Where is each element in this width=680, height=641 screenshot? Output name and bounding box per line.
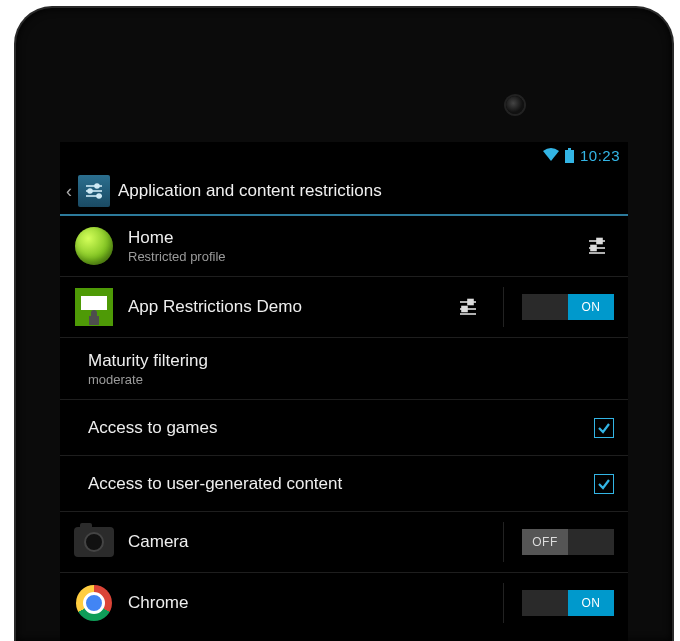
svg-rect-9 (597, 239, 602, 244)
status-bar: 10:23 (60, 142, 628, 168)
switch-label: ON (568, 590, 614, 616)
access-games-title: Access to games (88, 418, 594, 438)
profile-name: Home (128, 228, 572, 248)
maturity-value: moderate (88, 372, 614, 387)
maturity-filtering-row[interactable]: Maturity filtering moderate (60, 338, 628, 400)
back-icon[interactable]: ‹ (66, 181, 72, 202)
svg-point-5 (88, 189, 92, 193)
profile-row[interactable]: Home Restricted profile (60, 216, 628, 277)
switch-label: OFF (522, 529, 568, 555)
profile-avatar-icon (74, 226, 114, 266)
svg-rect-11 (591, 246, 596, 251)
app-toggle-restrictions-demo[interactable]: ON (522, 294, 614, 320)
switch-label: ON (568, 294, 614, 320)
app-toggle-chrome[interactable]: ON (522, 590, 614, 616)
battery-icon (565, 148, 574, 163)
svg-rect-16 (462, 307, 467, 312)
app-name: Camera (128, 532, 485, 552)
app-name: App Restrictions Demo (128, 297, 443, 317)
app-settings-button[interactable] (451, 290, 485, 324)
app-row-chrome[interactable]: Chrome ON (60, 573, 628, 633)
chrome-app-icon (74, 583, 114, 623)
profile-subtitle: Restricted profile (128, 249, 572, 264)
page-title: Application and content restrictions (118, 181, 382, 201)
svg-point-7 (97, 194, 101, 198)
app-row-camera[interactable]: Camera OFF (60, 512, 628, 573)
action-bar[interactable]: ‹ Application and content restrictions (60, 168, 628, 216)
access-ugc-title: Access to user-generated content (88, 474, 594, 494)
wifi-icon (543, 148, 559, 162)
app-toggle-camera[interactable]: OFF (522, 529, 614, 555)
access-ugc-row[interactable]: Access to user-generated content (60, 456, 628, 512)
access-games-row[interactable]: Access to games (60, 400, 628, 456)
svg-point-3 (95, 184, 99, 188)
svg-rect-0 (565, 150, 574, 163)
screen: 10:23 ‹ Application and content restrict… (60, 142, 628, 641)
svg-rect-14 (468, 300, 473, 305)
app-restrictions-demo-icon (74, 287, 114, 327)
app-row-restrictions-demo[interactable]: App Restrictions Demo ON (60, 277, 628, 338)
access-games-checkbox[interactable] (594, 418, 614, 438)
app-name: Chrome (128, 593, 485, 613)
profile-settings-button[interactable] (580, 229, 614, 263)
status-clock: 10:23 (580, 147, 620, 164)
front-camera (506, 96, 524, 114)
settings-sliders-icon (78, 175, 110, 207)
svg-rect-1 (568, 148, 571, 150)
camera-app-icon (74, 522, 114, 562)
settings-list: Home Restricted profile (60, 216, 628, 633)
access-ugc-checkbox[interactable] (594, 474, 614, 494)
tablet-frame: 10:23 ‹ Application and content restrict… (14, 6, 674, 641)
maturity-title: Maturity filtering (88, 351, 614, 371)
